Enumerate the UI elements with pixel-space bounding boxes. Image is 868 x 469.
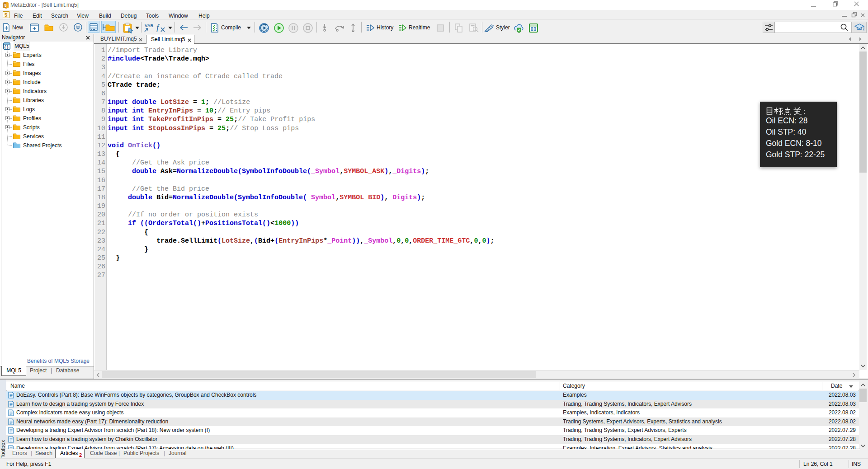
- svg-text:f: f: [156, 23, 160, 32]
- svg-text:5: 5: [5, 12, 7, 18]
- svg-text:{ }: { }: [5, 45, 9, 49]
- svg-text:VAR: VAR: [145, 23, 153, 28]
- svg-text:5: 5: [5, 3, 7, 8]
